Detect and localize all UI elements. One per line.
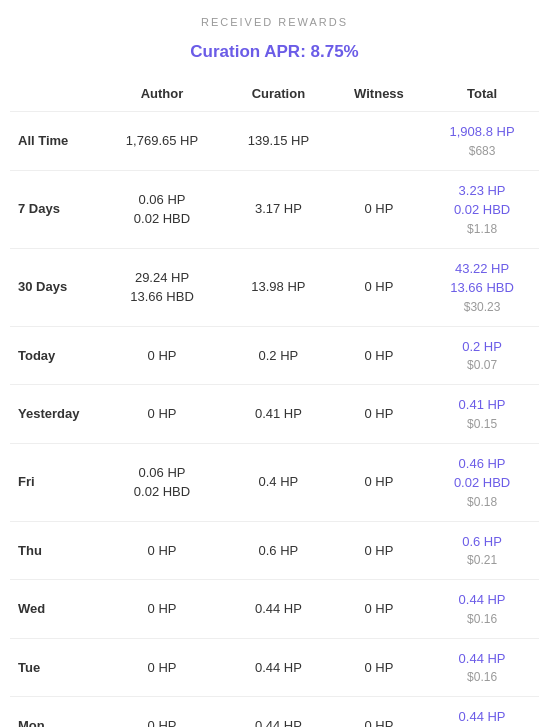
table-row: Tue0 HP0.44 HP0 HP0.44 HP$0.16 bbox=[10, 638, 539, 697]
row-author: 0 HP bbox=[100, 385, 224, 444]
row-witness: 0 HP bbox=[333, 385, 425, 444]
row-author: 0 HP bbox=[100, 326, 224, 385]
row-label: Fri bbox=[10, 443, 100, 521]
row-label: Yesterday bbox=[10, 385, 100, 444]
row-total: 0.46 HP0.02 HBD$0.18 bbox=[425, 443, 539, 521]
row-total: 0.44 HP$0.16 bbox=[425, 638, 539, 697]
col-header-author: Author bbox=[100, 80, 224, 112]
row-total: 43.22 HP13.66 HBD$30.23 bbox=[425, 248, 539, 326]
row-witness: 0 HP bbox=[333, 326, 425, 385]
row-label: Tue bbox=[10, 638, 100, 697]
row-curation: 0.44 HP bbox=[224, 697, 333, 728]
row-witness: 0 HP bbox=[333, 521, 425, 580]
row-author: 0 HP bbox=[100, 521, 224, 580]
row-witness: 0 HP bbox=[333, 248, 425, 326]
row-total: 0.44 HP$0.16 bbox=[425, 580, 539, 639]
row-author: 0 HP bbox=[100, 580, 224, 639]
row-curation: 0.6 HP bbox=[224, 521, 333, 580]
table-row: Yesterday0 HP0.41 HP0 HP0.41 HP$0.15 bbox=[10, 385, 539, 444]
row-label: Wed bbox=[10, 580, 100, 639]
row-total: 3.23 HP0.02 HBD$1.18 bbox=[425, 170, 539, 248]
row-total: 0.41 HP$0.15 bbox=[425, 385, 539, 444]
col-header-empty bbox=[10, 80, 100, 112]
row-label: 7 Days bbox=[10, 170, 100, 248]
row-curation: 0.44 HP bbox=[224, 580, 333, 639]
row-curation: 3.17 HP bbox=[224, 170, 333, 248]
row-author: 0.06 HP0.02 HBD bbox=[100, 443, 224, 521]
table-row: 7 Days0.06 HP0.02 HBD3.17 HP0 HP3.23 HP0… bbox=[10, 170, 539, 248]
row-witness: 0 HP bbox=[333, 580, 425, 639]
row-author: 1,769.65 HP bbox=[100, 112, 224, 171]
row-total: 0.44 HP$0.16 bbox=[425, 697, 539, 728]
row-curation: 0.41 HP bbox=[224, 385, 333, 444]
row-author: 0 HP bbox=[100, 638, 224, 697]
row-curation: 0.44 HP bbox=[224, 638, 333, 697]
row-label: All Time bbox=[10, 112, 100, 171]
table-row: All Time1,769.65 HP139.15 HP1,908.8 HP$6… bbox=[10, 112, 539, 171]
row-author: 0 HP bbox=[100, 697, 224, 728]
row-author: 29.24 HP13.66 HBD bbox=[100, 248, 224, 326]
row-label: Mon bbox=[10, 697, 100, 728]
col-header-curation: Curation bbox=[224, 80, 333, 112]
row-label: 30 Days bbox=[10, 248, 100, 326]
row-witness bbox=[333, 112, 425, 171]
rewards-table: Author Curation Witness Total All Time1,… bbox=[10, 80, 539, 727]
row-witness: 0 HP bbox=[333, 170, 425, 248]
table-row: Mon0 HP0.44 HP0 HP0.44 HP$0.16 bbox=[10, 697, 539, 728]
table-row: Today0 HP0.2 HP0 HP0.2 HP$0.07 bbox=[10, 326, 539, 385]
col-header-total: Total bbox=[425, 80, 539, 112]
row-label: Today bbox=[10, 326, 100, 385]
table-row: Wed0 HP0.44 HP0 HP0.44 HP$0.16 bbox=[10, 580, 539, 639]
row-curation: 0.4 HP bbox=[224, 443, 333, 521]
main-container: RECEIVED REWARDS Curation APR: 8.75% Aut… bbox=[0, 0, 549, 727]
row-witness: 0 HP bbox=[333, 697, 425, 728]
row-witness: 0 HP bbox=[333, 443, 425, 521]
table-row: 30 Days29.24 HP13.66 HBD13.98 HP0 HP43.2… bbox=[10, 248, 539, 326]
row-curation: 13.98 HP bbox=[224, 248, 333, 326]
row-witness: 0 HP bbox=[333, 638, 425, 697]
row-total: 1,908.8 HP$683 bbox=[425, 112, 539, 171]
row-author: 0.06 HP0.02 HBD bbox=[100, 170, 224, 248]
table-row: Thu0 HP0.6 HP0 HP0.6 HP$0.21 bbox=[10, 521, 539, 580]
col-header-witness: Witness bbox=[333, 80, 425, 112]
apr-title: Curation APR: 8.75% bbox=[10, 42, 539, 62]
row-curation: 0.2 HP bbox=[224, 326, 333, 385]
section-title: RECEIVED REWARDS bbox=[10, 16, 539, 28]
row-total: 0.6 HP$0.21 bbox=[425, 521, 539, 580]
row-label: Thu bbox=[10, 521, 100, 580]
row-total: 0.2 HP$0.07 bbox=[425, 326, 539, 385]
row-curation: 139.15 HP bbox=[224, 112, 333, 171]
table-row: Fri0.06 HP0.02 HBD0.4 HP0 HP0.46 HP0.02 … bbox=[10, 443, 539, 521]
